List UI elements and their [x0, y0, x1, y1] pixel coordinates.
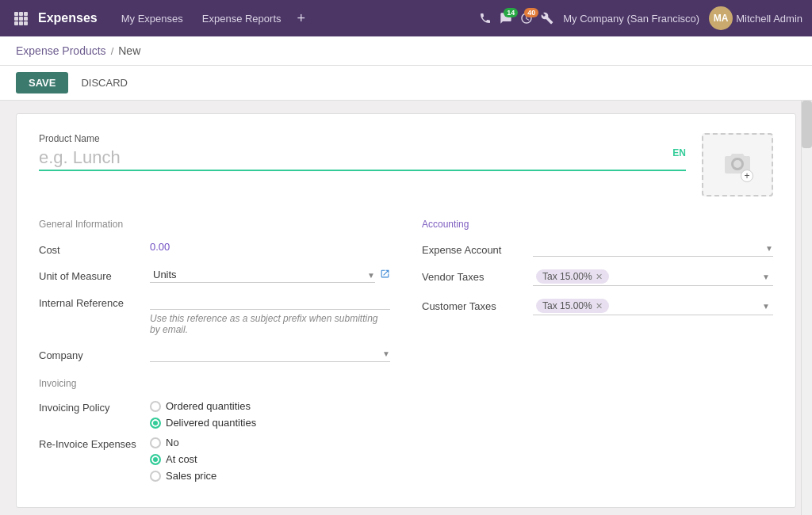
- accounting-title: Accounting: [422, 219, 773, 230]
- chat-icon-wrap[interactable]: 14: [500, 12, 512, 25]
- customer-tax-remove[interactable]: ✕: [596, 301, 603, 311]
- svg-rect-0: [14, 12, 18, 16]
- navbar-icons: 14 40: [479, 12, 553, 25]
- cost-row: Cost 0.00: [39, 241, 390, 256]
- unit-of-measure-wrap: Units ▼: [150, 267, 390, 283]
- reinvoice-option-sales[interactable]: Sales price: [150, 470, 216, 482]
- reinvoice-row: Re-Invoice Expenses No At cost: [39, 437, 390, 482]
- svg-rect-1: [19, 12, 23, 16]
- expense-account-label: Expense Account: [422, 241, 533, 256]
- nav-my-expenses[interactable]: My Expenses: [113, 13, 191, 25]
- app-title: Expenses: [38, 11, 98, 25]
- internal-ref-row: Internal Reference Use this reference as…: [39, 294, 390, 335]
- expense-account-arrow: ▼: [765, 244, 773, 253]
- vendor-taxes-arrow: ▼: [762, 273, 770, 281]
- discard-button[interactable]: DISCARD: [75, 72, 134, 93]
- svg-rect-8: [24, 21, 28, 25]
- internal-ref-label: Internal Reference: [39, 294, 150, 309]
- clock-icon-wrap[interactable]: 40: [520, 12, 533, 25]
- reinvoice-no-label: No: [166, 437, 179, 448]
- nav-expense-reports[interactable]: Expense Reports: [194, 13, 289, 25]
- grid-menu-icon[interactable]: [10, 7, 32, 29]
- vendor-taxes-wrap[interactable]: Tax 15.00% ✕ ▼: [533, 268, 773, 286]
- reinvoice-option-atcost[interactable]: At cost: [150, 453, 216, 465]
- company-row: Company ▼: [39, 346, 390, 362]
- chat-badge: 14: [504, 8, 518, 17]
- nav-add-button[interactable]: +: [293, 10, 311, 27]
- cost-value[interactable]: 0.00: [150, 241, 390, 253]
- language-selector[interactable]: EN: [672, 147, 686, 158]
- unit-of-measure-select[interactable]: Units: [150, 267, 375, 283]
- clock-badge: 40: [524, 8, 538, 17]
- form-col-right: Accounting Expense Account ▼ Vendor Taxe…: [422, 219, 773, 488]
- company-label: Company: [39, 346, 150, 361]
- customer-taxes-row: Customer Taxes Tax 15.00% ✕ ▼: [422, 297, 773, 315]
- scrollbar-thumb[interactable]: [802, 101, 812, 148]
- save-button[interactable]: SAVE: [16, 72, 68, 93]
- user-avatar[interactable]: MA: [709, 6, 733, 30]
- reinvoice-options: No At cost Sales price: [150, 437, 216, 482]
- scrollbar[interactable]: [801, 101, 812, 515]
- customer-taxes-wrap[interactable]: Tax 15.00% ✕ ▼: [533, 297, 773, 315]
- reinvoice-sales-radio[interactable]: [150, 471, 161, 482]
- product-name-left: Product Name EN: [39, 133, 686, 171]
- unit-of-measure-label: Unit of Measure: [39, 267, 150, 282]
- policy-delivered-label: Delivered quantities: [166, 417, 256, 429]
- svg-rect-3: [14, 17, 18, 21]
- wrench-icon-wrap[interactable]: [541, 12, 553, 25]
- navbar-company[interactable]: My Company (San Francisco): [563, 13, 699, 25]
- company-select[interactable]: [150, 346, 382, 361]
- navbar-username[interactable]: Mitchell Admin: [736, 13, 802, 25]
- reinvoice-label: Re-Invoice Expenses: [39, 437, 150, 450]
- svg-rect-6: [14, 21, 18, 25]
- reinvoice-option-no[interactable]: No: [150, 437, 216, 448]
- svg-rect-4: [19, 17, 23, 21]
- vendor-tax-remove[interactable]: ✕: [596, 272, 603, 282]
- customer-tax-tag: Tax 15.00% ✕: [536, 299, 609, 313]
- customer-taxes-label: Customer Taxes: [422, 297, 533, 312]
- customer-taxes-arrow: ▼: [762, 302, 770, 311]
- breadcrumb-separator: /: [111, 45, 114, 57]
- phone-icon-wrap[interactable]: [479, 12, 492, 25]
- customer-tax-label: Tax 15.00%: [542, 300, 592, 311]
- product-name-label: Product Name: [39, 133, 686, 144]
- unit-external-link-icon[interactable]: [380, 269, 390, 281]
- policy-delivered-radio[interactable]: [150, 418, 161, 429]
- internal-ref-help: Use this reference as a subject prefix w…: [150, 313, 390, 335]
- policy-option-ordered[interactable]: Ordered quantities: [150, 400, 256, 412]
- internal-ref-wrap: Use this reference as a subject prefix w…: [150, 294, 390, 335]
- product-name-section: Product Name EN +: [39, 133, 773, 196]
- breadcrumb: Expense Products / New: [0, 36, 812, 66]
- breadcrumb-parent[interactable]: Expense Products: [16, 44, 106, 57]
- cost-label: Cost: [39, 241, 150, 256]
- invoicing-title: Invoicing: [39, 378, 390, 389]
- main-content: Product Name EN + General: [0, 101, 812, 515]
- invoicing-policy-row: Invoicing Policy Ordered quantities Deli…: [39, 400, 390, 429]
- form-col-left: General Information Cost 0.00 Unit of Me…: [39, 219, 390, 488]
- company-select-wrap: ▼: [150, 346, 390, 362]
- product-name-input[interactable]: [39, 147, 686, 168]
- unit-of-measure-row: Unit of Measure Units ▼: [39, 267, 390, 283]
- svg-rect-7: [19, 21, 23, 25]
- action-bar: SAVE DISCARD: [0, 66, 812, 101]
- reinvoice-atcost-radio[interactable]: [150, 454, 161, 465]
- svg-rect-5: [24, 17, 28, 21]
- invoicing-policy-label: Invoicing Policy: [39, 400, 150, 414]
- camera-icon: +: [725, 151, 750, 179]
- reinvoice-atcost-label: At cost: [166, 453, 197, 465]
- expense-account-select[interactable]: [533, 241, 765, 256]
- policy-ordered-radio[interactable]: [150, 401, 161, 412]
- svg-rect-2: [24, 12, 28, 16]
- policy-option-delivered[interactable]: Delivered quantities: [150, 417, 256, 429]
- product-name-input-wrap: EN: [39, 147, 686, 171]
- form-columns: General Information Cost 0.00 Unit of Me…: [39, 219, 773, 488]
- photo-upload[interactable]: +: [702, 133, 773, 196]
- policy-ordered-label: Ordered quantities: [166, 400, 251, 412]
- general-info-title: General Information: [39, 219, 390, 230]
- reinvoice-sales-label: Sales price: [166, 470, 216, 482]
- internal-ref-input[interactable]: [150, 294, 390, 310]
- expense-account-wrap: ▼: [533, 241, 773, 257]
- form-card: Product Name EN + General: [16, 113, 796, 508]
- reinvoice-no-radio[interactable]: [150, 437, 161, 448]
- vendor-tax-tag: Tax 15.00% ✕: [536, 269, 609, 284]
